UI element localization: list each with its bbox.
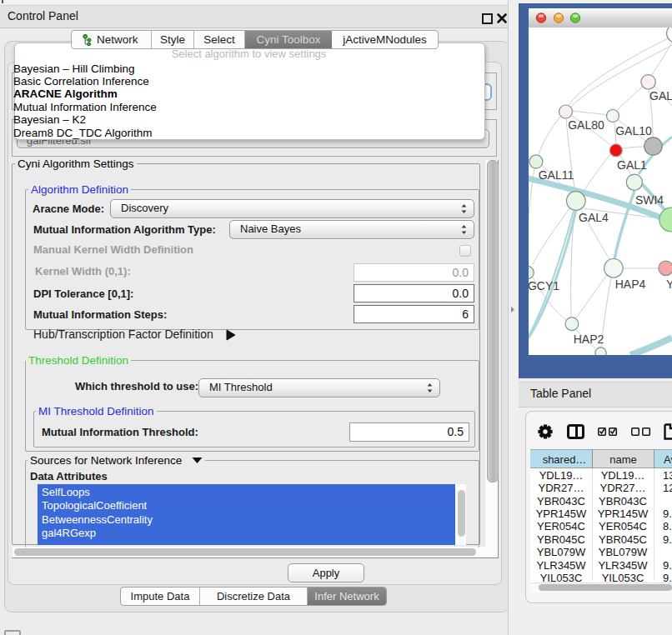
svg-text:Y: Y (666, 278, 672, 291)
svg-text:GCY1: GCY1 (529, 279, 559, 292)
svg-text:GAL7: GAL7 (649, 89, 672, 102)
svg-text:GAL1: GAL1 (617, 158, 647, 172)
svg-text:GAL10: GAL10 (615, 124, 652, 138)
svg-text:GAL80: GAL80 (568, 118, 604, 132)
svg-text:HAP4: HAP4 (615, 278, 646, 291)
svg-text:GAL11: GAL11 (539, 168, 574, 182)
svg-text:GAL4: GAL4 (579, 211, 609, 224)
svg-text:SWI4: SWI4 (635, 193, 664, 207)
svg-text:HAP2: HAP2 (574, 332, 604, 346)
